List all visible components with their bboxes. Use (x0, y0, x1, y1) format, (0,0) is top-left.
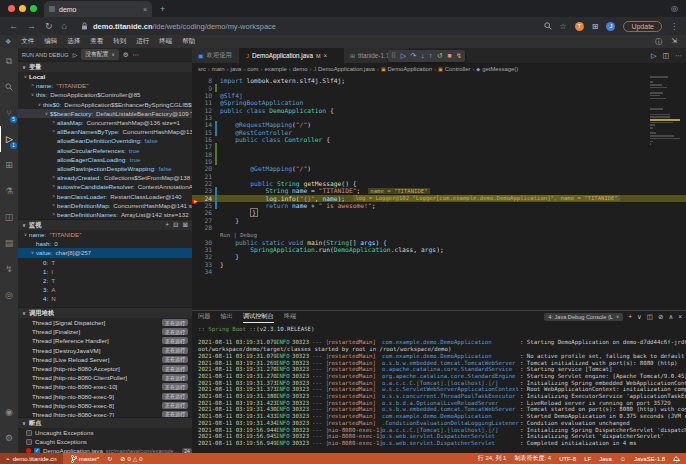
call-stack-section-header[interactable]: ∨ 调用堆栈 (18, 307, 192, 318)
variable-row[interactable]: allowEagerClassLoading:true (18, 155, 192, 164)
breakpoint-row[interactable]: Uncaught Exceptions (18, 428, 192, 437)
call-stack-thread[interactable]: Thread [http-nio-8080-ClientPoller]正在运行 (18, 373, 192, 382)
add-console-icon[interactable]: + (628, 313, 632, 321)
jdk-version[interactable]: JavaSE-1.8 (634, 456, 665, 462)
lightning-icon[interactable]: ↯ (0, 256, 18, 282)
variable-row[interactable]: allowBeanDefinitionOverriding:false (18, 136, 192, 145)
clear-console-icon[interactable]: ⊘ (658, 313, 663, 321)
info-icon[interactable]: ⓘ (655, 37, 662, 47)
variable-row[interactable]: ∨Local (18, 72, 192, 81)
code-line[interactable]: ▶24 log.info("{}", name);log = Logger@10… (192, 195, 686, 202)
continue-icon[interactable]: ▷ (401, 52, 406, 60)
call-stack-thread[interactable]: Thread [Reference Handler]正在运行 (18, 336, 192, 345)
menu-item-4[interactable]: 转到 (108, 37, 131, 46)
variable-row[interactable]: >aliasMap:ConcurrentHashMap@136 size=1 (18, 118, 192, 127)
breadcrumb-item[interactable]: main (212, 66, 225, 72)
editor-tab[interactable]: JDemoApplication.javaM× (240, 48, 344, 63)
breadcrumb-item[interactable]: getMessage() (482, 66, 518, 72)
breakpoint-row[interactable]: Caught Exceptions (18, 437, 192, 446)
add-expression-icon[interactable]: + (165, 221, 169, 229)
menu-item-0[interactable]: 文件 (16, 37, 39, 46)
editor-tab[interactable]: ▣欢迎使用 (192, 48, 240, 63)
variable-row[interactable]: >beanDefinitionNames:ArrayList@142 size=… (18, 210, 192, 219)
breakpoint-row[interactable]: DemoApplication.javasrc/main/java/com/ex… (18, 446, 192, 453)
variable-row[interactable]: ∨$$beanFactory:DefaultListableBeanFactor… (18, 109, 192, 118)
code-line[interactable]: 17 (192, 143, 686, 150)
reload-icon[interactable]: ↻ (45, 21, 53, 31)
kebab-menu-icon[interactable]: ⋮ (670, 22, 678, 31)
code-line[interactable]: 9 (192, 84, 686, 91)
back-icon[interactable]: ← (9, 21, 18, 31)
code-line[interactable]: 18 (192, 150, 686, 157)
panel-tab[interactable]: 问题 (198, 312, 210, 323)
code-line[interactable]: 10@Slf4j (192, 92, 686, 99)
run-file-icon[interactable]: ▷ (651, 52, 656, 60)
encoding[interactable]: UTF-8 (559, 456, 576, 462)
breadcrumb-item[interactable]: demo (293, 66, 308, 72)
menu-item-5[interactable]: 运行 (131, 37, 154, 46)
sync-icon[interactable]: ↻ (107, 455, 112, 462)
console-dropdown-chevron-icon[interactable]: ∨ (637, 313, 642, 321)
variable-row[interactable]: >name:"TITANIDE" (18, 81, 192, 90)
code-line[interactable]: 26 } (192, 209, 686, 216)
code-editor[interactable]: 8import lombok.extern.slf4j.Slf4j;910@Sl… (192, 74, 686, 310)
close-icon[interactable]: × (324, 52, 328, 59)
notifications-bell-icon[interactable] (673, 455, 680, 463)
panel-tab[interactable]: 调试控制台 (243, 312, 274, 323)
code-line[interactable]: 32 } (192, 253, 686, 260)
call-stack-thread[interactable]: Thread [http-nio-8080-exec-10]正在运行 (18, 382, 192, 391)
code-line[interactable]: 21 (192, 172, 686, 179)
traffic-light-minimize[interactable] (19, 5, 26, 12)
variables-section-header[interactable]: ∨ 变量 (18, 61, 192, 72)
code-line[interactable]: 16 public class Controller { (192, 136, 686, 143)
call-stack-thread[interactable]: Thread [Finalizer]正在运行 (18, 327, 192, 336)
menu-item-3[interactable]: 查看 (85, 37, 108, 46)
debug-config-dropdown[interactable]: 没有配置 ∨ (81, 49, 118, 60)
gear-icon[interactable]: ⚙ (123, 51, 129, 59)
remote-indicator[interactable]: ⌁ demo.titanide.cn (0, 453, 63, 464)
call-stack-thread[interactable]: Thread [http-nio-8080-Acceptor]正在运行 (18, 364, 192, 373)
variable-row[interactable]: >beanClassLoader:RestartClassLoader@140 (18, 191, 192, 200)
collapse-all-icon[interactable]: ⊟ (173, 221, 178, 229)
breadcrumb-item[interactable]: com (247, 66, 258, 72)
hot-code-replace-icon[interactable]: ↯ (456, 52, 462, 60)
menu-item-7[interactable]: 帮助 (177, 37, 200, 46)
code-line[interactable]: 8import lombok.extern.slf4j.Slf4j; (192, 77, 686, 84)
step-out-icon[interactable]: ↑ (429, 52, 433, 59)
variable-row[interactable]: >autowireCandidateResolver:ContextAnnota… (18, 182, 192, 191)
problems-item[interactable]: ⊘ 0 △ 0 (120, 455, 142, 462)
code-line[interactable]: 28 (192, 224, 686, 231)
call-stack-thread[interactable]: Thread [DestroyJavaVM]正在运行 (18, 346, 192, 355)
settings-gear-icon[interactable]: ⚙ (0, 425, 18, 451)
debug-console-output[interactable]: :: Spring Boot :: (v2.3.10.RELEASE) 2021… (192, 324, 686, 447)
code-line[interactable]: 33} (192, 261, 686, 268)
code-line[interactable]: 31 SpringApplication.run(DemoApplication… (192, 246, 686, 253)
watch-row[interactable]: 1:I (18, 267, 192, 276)
code-line[interactable]: 23 String name = "TITANIDE";name = "TITA… (192, 187, 686, 194)
code-line[interactable]: Run | Debug (192, 231, 686, 238)
extensions-icon[interactable]: ⊞ (0, 152, 18, 178)
avatar-blue[interactable]: J (606, 22, 615, 31)
variable-row[interactable]: >beanDefinitionMap:ConcurrentHashMap@141… (18, 201, 192, 210)
code-line[interactable]: 14 @RequestMapping("/") (192, 121, 686, 128)
code-line[interactable]: 30 public static void main(String[] args… (192, 239, 686, 246)
close-panel-icon[interactable]: × (678, 313, 682, 321)
forward-icon[interactable]: → (27, 21, 36, 31)
variable-row[interactable]: ∨this$0:DemoApplication$$EnhancerBySprin… (18, 100, 192, 109)
update-button[interactable]: Update (623, 21, 662, 32)
remove-all-icon[interactable]: ⊠ (183, 221, 188, 229)
browser-tab[interactable]: demo × (44, 1, 152, 17)
new-tab-button[interactable]: + (160, 4, 165, 14)
traffic-light-zoom[interactable] (30, 5, 37, 12)
call-stack-thread[interactable]: Thread [http-nio-8080-exec-7]正在运行 (18, 410, 192, 417)
source-control-icon[interactable]: ⑂5 (0, 100, 18, 126)
code-line[interactable]: 15 @RestController (192, 128, 686, 135)
tab-size[interactable]: 制表符长度: 4 (514, 454, 551, 463)
menu-item-2[interactable]: 选择 (62, 37, 85, 46)
breadcrumb-item[interactable]: src (198, 66, 206, 72)
account-icon[interactable]: ◉ (0, 399, 18, 425)
split-editor-icon[interactable]: ◫ (662, 52, 669, 60)
git-branch-item[interactable]: master* (71, 455, 100, 463)
panel-tab[interactable]: 输出 (220, 312, 232, 323)
codelens[interactable]: Run | Debug (220, 232, 257, 238)
